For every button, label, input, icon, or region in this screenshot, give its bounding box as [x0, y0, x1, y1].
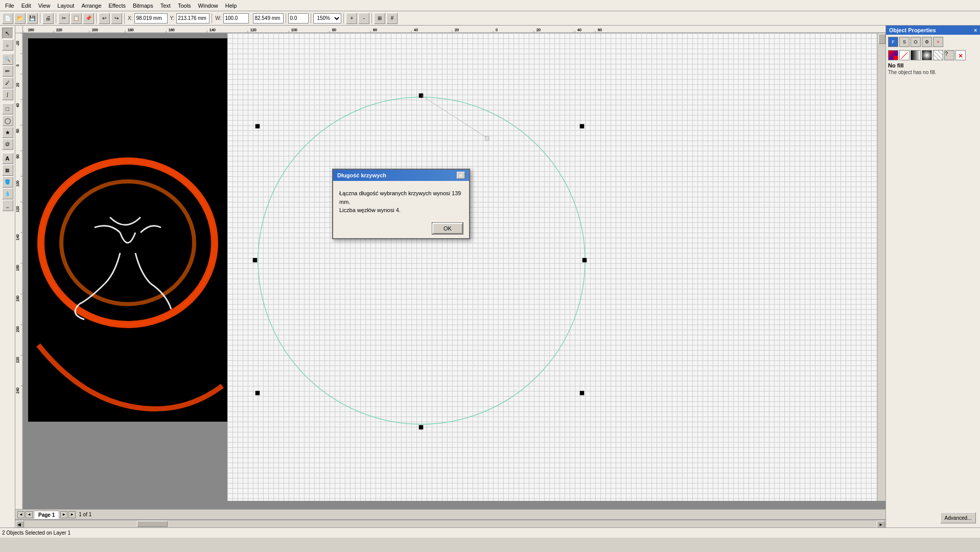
dialog-message-line2: Liczba węzłów wynosi 4. [339, 206, 463, 215]
dialog-title-bar[interactable]: Długość krzywych × [333, 170, 469, 181]
dialog-ok-button[interactable]: OK [432, 223, 463, 234]
dialog-overlay: Długość krzywych × Łączna długość wybran… [0, 0, 980, 552]
dialog-body: Łączna długość wybranych krzywych wynosi… [333, 181, 469, 219]
dialog-dlugos-krzywych: Długość krzywych × Łączna długość wybran… [332, 169, 470, 239]
dialog-title-text: Długość krzywych [337, 172, 386, 178]
dialog-message-line1: Łączna długość wybranych krzywych wynosi… [339, 189, 463, 206]
dialog-close-button[interactable]: × [457, 172, 465, 179]
dialog-footer: OK [333, 219, 469, 238]
